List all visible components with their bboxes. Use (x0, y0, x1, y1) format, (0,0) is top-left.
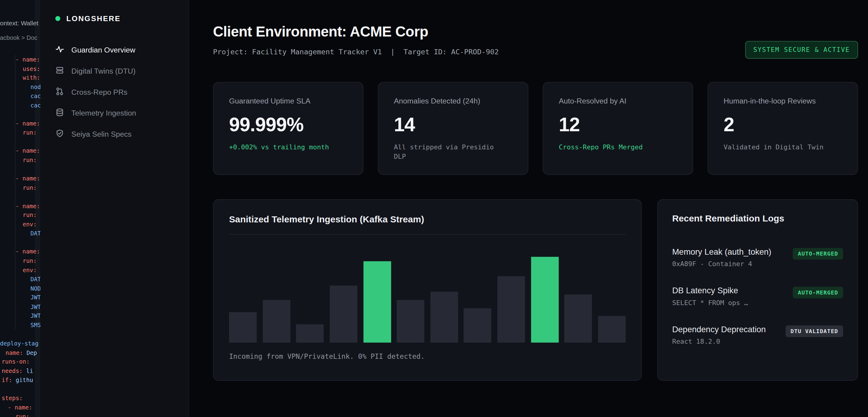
log-detail: SELECT * FROM ops … (672, 299, 748, 307)
page-title: Client Environment: ACME Corp (213, 23, 428, 40)
telemetry-chart-card: Sanitized Telemetry Ingestion (Kafka Str… (213, 199, 642, 381)
code-line: name: Dep (0, 348, 40, 357)
code-line: needs: li (0, 366, 40, 375)
code-line: JWT (0, 302, 40, 311)
code-line: - name: (0, 119, 40, 128)
log-row-db-latency[interactable]: DB Latency Spike SELECT * FROM ops … AUT… (672, 277, 843, 315)
stat-label: Auto-Resolved by AI (559, 97, 677, 105)
log-title: DB Latency Spike (672, 286, 748, 295)
sidebar-item-digital-twins[interactable]: Digital Twins (DTU) (48, 60, 181, 82)
status-badge: AUTO-MERGED (793, 287, 843, 298)
brand: LONGSHERE (55, 14, 121, 23)
logs-title: Recent Remediation Logs (672, 213, 843, 224)
stat-card-uptime-sla: Guaranteed Uptime SLA 99.999% +0.002% vs… (213, 82, 364, 175)
bar (330, 286, 358, 342)
stat-label: Human-in-the-loop Reviews (723, 97, 842, 105)
stat-value: 99.999% (229, 114, 347, 136)
code-line: run: (0, 183, 40, 192)
log-row-text: DB Latency Spike SELECT * FROM ops … (672, 286, 748, 306)
editor-breadcrumb: acbook > Doc (0, 34, 37, 41)
code-line: steps: (0, 394, 40, 403)
chart-title: Sanitized Telemetry Ingestion (Kafka Str… (229, 214, 625, 225)
log-row-dependency-deprecation[interactable]: Dependency Deprecation React 18.2.0 DTU … (672, 316, 843, 354)
stat-note: Cross-Repo PRs Merged (559, 143, 672, 152)
system-status-badge: SYSTEM SECURE & ACTIVE (745, 41, 858, 59)
code-line: - name: (0, 247, 40, 256)
code-line: cac (0, 91, 40, 100)
code-line (0, 384, 40, 393)
stats-row: Guaranteed Uptime SLA 99.999% +0.002% vs… (213, 82, 858, 175)
code-line: uses: (0, 64, 40, 73)
git-pull-request-icon (55, 87, 64, 97)
bar-chart (229, 235, 625, 343)
log-list: Memory Leak (auth_token) 0xA89F - Contai… (672, 238, 843, 354)
stack-icon (55, 65, 64, 76)
bar (263, 300, 290, 342)
bottom-row: Sanitized Telemetry Ingestion (Kafka Str… (213, 199, 858, 381)
code-line: deploy-stag (0, 338, 40, 348)
code-line: env: (0, 266, 40, 275)
code-line: DATA (0, 275, 40, 284)
activity-icon (55, 44, 64, 55)
sidebar-item-guardian-overview[interactable]: Guardian Overview (48, 39, 181, 60)
code-line: DATA (0, 229, 40, 238)
sidebar-item-label: Digital Twins (DTU) (71, 67, 136, 75)
status-badge: AUTO-MERGED (793, 248, 843, 260)
code-line: - name: (0, 146, 40, 155)
code-line: JWT (0, 293, 40, 302)
database-icon (55, 108, 64, 118)
app-window: ontext: Wallet acbook > Doc - name:uses:… (0, 0, 868, 417)
code-line (0, 137, 40, 146)
code-line (0, 329, 40, 338)
brand-dot-icon (55, 16, 60, 21)
log-detail: 0xA89F - Container 4 (672, 260, 772, 268)
brand-name: LONGSHERE (66, 14, 121, 23)
stat-note: Validated in Digital Twin (723, 143, 837, 152)
stat-card-anomalies: Anomalies Detected (24h) 14 All stripped… (378, 82, 528, 175)
log-title: Dependency Deprecation (672, 324, 766, 334)
code-line: - name: (0, 403, 40, 412)
sidebar-item-telemetry-ingestion[interactable]: Telemetry Ingestion (48, 102, 181, 123)
code-line: run: (0, 155, 40, 165)
code-line: SMS (0, 321, 40, 329)
code-editor-pane[interactable]: ontext: Wallet acbook > Doc - name:uses:… (0, 0, 40, 417)
stat-card-auto-resolved: Auto-Resolved by AI 12 Cross-Repo PRs Me… (542, 82, 693, 175)
page-subtitle: Project: Facility Management Tracker V1 … (213, 48, 499, 56)
code-line: with: (0, 73, 40, 82)
sidebar-item-label: Seiya Selin Specs (71, 130, 132, 138)
code-line (0, 110, 40, 119)
main-content: Client Environment: ACME Corp Project: F… (189, 0, 868, 417)
sidebar-item-label: Telemetry Ingestion (71, 109, 136, 117)
stat-note: +0.002% vs trailing month (229, 143, 342, 152)
stat-label: Guaranteed Uptime SLA (229, 97, 347, 105)
code-line: runs-on: (0, 357, 40, 366)
sidebar-item-cross-repo-prs[interactable]: Cross-Repo PRs (48, 82, 181, 102)
log-detail: React 18.2.0 (672, 338, 766, 346)
log-row-text: Memory Leak (auth_token) 0xA89F - Contai… (672, 247, 772, 268)
bar (296, 324, 324, 343)
bar (564, 295, 592, 343)
sidebar: LONGSHERE Guardian Overview Digital Twin… (40, 0, 189, 417)
log-row-memory-leak[interactable]: Memory Leak (auth_token) 0xA89F - Contai… (672, 238, 843, 277)
bar (397, 300, 424, 342)
code-line: - name: (0, 55, 40, 64)
shield-check-icon (55, 128, 64, 139)
editor-scrollbar[interactable] (35, 0, 40, 417)
code-line: env: (0, 220, 40, 229)
sidebar-item-label: Cross-Repo PRs (71, 88, 128, 96)
code-line: nod (0, 82, 40, 91)
bar (229, 312, 257, 343)
code-line: run: (0, 412, 40, 417)
sidebar-item-label: Guardian Overview (71, 46, 135, 54)
code-line: NOD (0, 284, 40, 293)
code-line (0, 165, 40, 174)
bar-highlight (363, 261, 391, 343)
bar-highlight (531, 257, 559, 342)
bar (464, 308, 492, 343)
code-line: JWT (0, 311, 40, 320)
chart-caption: Incoming from VPN/PrivateLink. 0% PII de… (229, 352, 625, 361)
sidebar-item-seiya-selin-specs[interactable]: Seiya Selin Specs (48, 123, 181, 145)
stat-label: Anomalies Detected (24h) (394, 97, 513, 105)
stat-card-human-reviews: Human-in-the-loop Reviews 2 Validated in… (708, 82, 858, 175)
bar (598, 316, 626, 342)
